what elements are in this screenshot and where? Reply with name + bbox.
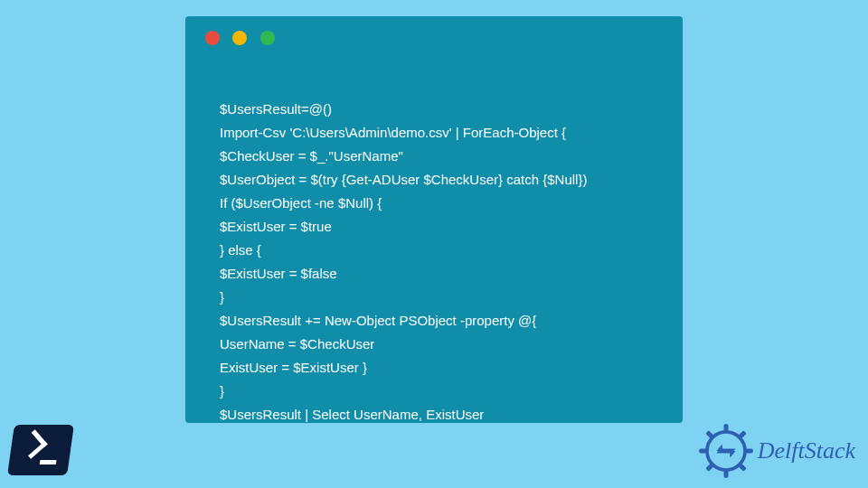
code-line: If ($UserObject -ne $Null) { xyxy=(220,195,382,211)
code-line: UserName = $CheckUser xyxy=(220,336,374,352)
maximize-dot-icon xyxy=(260,31,275,45)
code-line: ExistUser = $ExistUser } xyxy=(220,360,367,375)
code-line: Import-Csv 'C:\Users\Admin\demo.csv' | F… xyxy=(220,125,566,140)
code-line: } else { xyxy=(220,242,261,258)
svg-rect-3 xyxy=(699,449,707,454)
close-dot-icon xyxy=(205,31,220,45)
svg-rect-4 xyxy=(745,449,753,454)
code-line: $UsersResult += New-Object PSObject -pro… xyxy=(220,313,536,328)
delftstack-logo: DelftStack xyxy=(698,423,855,479)
code-line: $UsersResult=@() xyxy=(220,101,332,117)
code-line: $ExistUser = $false xyxy=(220,266,337,281)
chevron-icon xyxy=(18,429,48,459)
code-line: $UsersResult | Select UserName, ExistUse… xyxy=(220,407,484,422)
code-line: } xyxy=(220,383,224,399)
code-body: $UsersResult=@() Import-Csv 'C:\Users\Ad… xyxy=(220,74,665,450)
underscore-icon xyxy=(40,460,57,465)
svg-rect-1 xyxy=(723,424,728,432)
code-line: $UserObject = $(try {Get-ADUser $CheckUs… xyxy=(220,172,587,187)
svg-rect-2 xyxy=(723,470,728,478)
code-line: $ExistUser = $true xyxy=(220,219,332,234)
gear-badge-icon xyxy=(698,423,754,479)
code-window: $UsersResult=@() Import-Csv 'C:\Users\Ad… xyxy=(185,16,683,423)
window-controls xyxy=(205,31,284,49)
brand-name: DelftStack xyxy=(758,437,855,465)
minimize-dot-icon xyxy=(232,31,247,45)
code-line: } xyxy=(220,289,224,305)
code-line: $CheckUser = $_."UserName" xyxy=(220,148,403,164)
powershell-icon xyxy=(7,425,74,475)
